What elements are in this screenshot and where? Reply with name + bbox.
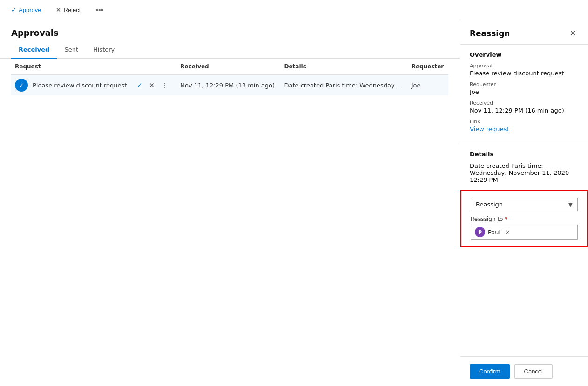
- bottom-actions: Confirm Cancel: [460, 356, 588, 386]
- requester-label: Requester: [470, 81, 579, 87]
- assignee-name: Paul: [488, 229, 500, 236]
- right-panel-title: Reassign: [470, 29, 510, 38]
- details-heading: Details: [470, 151, 579, 158]
- tab-history[interactable]: History: [86, 41, 122, 59]
- remove-assignee-button[interactable]: ✕: [504, 229, 511, 236]
- action-dropdown[interactable]: Reassign ▼: [471, 198, 578, 211]
- row-more-button[interactable]: ⋮: [159, 80, 169, 90]
- right-panel-header: Reassign ✕: [460, 20, 588, 45]
- required-star: *: [505, 216, 507, 222]
- action-section: Reassign ▼ Reassign to * P Paul ✕: [460, 190, 588, 247]
- reassign-to-label: Reassign to *: [471, 216, 578, 222]
- main-area: Approvals Received Sent History: [0, 20, 588, 386]
- request-title: Please review discount request: [33, 82, 127, 89]
- tabs-container: Received Sent History: [0, 41, 460, 59]
- more-button[interactable]: •••: [92, 4, 107, 16]
- left-panel: Approvals Received Sent History: [0, 20, 460, 386]
- received-value: Nov 11, 12:29 PM (16 min ago): [470, 107, 579, 114]
- col-request: Request: [11, 59, 176, 75]
- close-button[interactable]: ✕: [567, 28, 579, 39]
- requester-cell: Joe: [408, 75, 448, 96]
- overview-section: Overview Approval Please review discount…: [460, 45, 588, 144]
- toolbar: ✓ Approve ✕ Reject •••: [0, 0, 588, 20]
- link-label: Link: [470, 119, 579, 125]
- row-reject-button[interactable]: ✕: [147, 80, 156, 90]
- tab-received[interactable]: Received: [11, 41, 57, 59]
- x-icon: ✕: [56, 7, 61, 13]
- approval-value: Please review discount request: [470, 70, 579, 77]
- details-text: Date created Paris time: Wednesday, Nove…: [470, 162, 579, 183]
- received-cell: Nov 11, 12:29 PM (13 min ago): [176, 75, 280, 96]
- tab-sent[interactable]: Sent: [57, 41, 86, 59]
- row-check-icon: ✓: [15, 79, 28, 92]
- reject-label: Reject: [63, 7, 81, 13]
- request-cell: ✓ Please review discount request ✓ ✕ ⋮: [11, 75, 176, 96]
- assignee-avatar: P: [475, 227, 485, 237]
- page-title: Approvals: [0, 20, 460, 41]
- more-icon: •••: [95, 6, 103, 14]
- requester-field: Requester Joe: [470, 81, 579, 95]
- table-container: Request Received Details Requester: [0, 59, 460, 386]
- assignee-input[interactable]: P Paul ✕: [471, 225, 578, 240]
- close-icon: ✕: [570, 29, 576, 37]
- link-field: Link View request: [470, 119, 579, 133]
- chevron-down-icon: ▼: [568, 201, 573, 208]
- details-section: Details Date created Paris time: Wednesd…: [460, 144, 588, 190]
- col-details: Details: [280, 59, 407, 75]
- row-approve-button[interactable]: ✓: [135, 80, 144, 90]
- requester-value: Joe: [470, 88, 579, 95]
- col-received: Received: [176, 59, 280, 75]
- reject-button[interactable]: ✕ Reject: [52, 5, 84, 15]
- received-label: Received: [470, 100, 579, 106]
- confirm-button[interactable]: Confirm: [470, 364, 510, 379]
- view-request-link[interactable]: View request: [470, 126, 509, 133]
- overview-heading: Overview: [470, 51, 579, 58]
- right-panel: Reassign ✕ Overview Approval Please revi…: [460, 20, 588, 386]
- approve-button[interactable]: ✓ Approve: [7, 5, 45, 15]
- col-requester: Requester: [408, 59, 448, 75]
- received-field: Received Nov 11, 12:29 PM (16 min ago): [470, 100, 579, 114]
- approval-label: Approval: [470, 63, 579, 69]
- row-actions: ✓ ✕ ⋮: [135, 80, 169, 90]
- approval-field: Approval Please review discount request: [470, 63, 579, 77]
- check-icon: ✓: [11, 7, 16, 13]
- details-cell: Date created Paris time: Wednesday....: [280, 75, 407, 96]
- approve-label: Approve: [19, 7, 41, 13]
- table-row[interactable]: ✓ Please review discount request ✓ ✕ ⋮: [11, 75, 448, 96]
- dropdown-label: Reassign: [476, 201, 503, 208]
- cancel-button[interactable]: Cancel: [514, 364, 553, 379]
- approvals-table: Request Received Details Requester: [11, 59, 448, 95]
